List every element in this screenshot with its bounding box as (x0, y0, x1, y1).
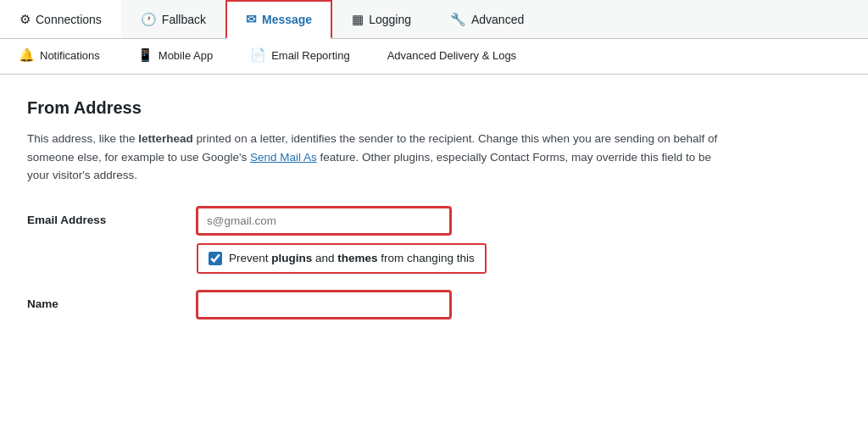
tab-advanced-label: Advanced (471, 13, 524, 26)
sub-tab-notifications-label: Notifications (40, 49, 100, 62)
tab-fallback[interactable]: 🕐 Fallback (121, 0, 225, 38)
tab-message[interactable]: ✉ Message (225, 0, 332, 39)
tab-logging[interactable]: ▦ Logging (332, 0, 431, 38)
mobile-app-icon: 📱 (137, 47, 153, 63)
connections-icon: ⚙ (19, 12, 31, 27)
prevent-override-checkbox-row: Prevent plugins and themes from changing… (197, 243, 487, 274)
sub-tab-advanced-delivery-label: Advanced Delivery & Logs (387, 49, 516, 62)
message-icon: ✉ (246, 12, 257, 27)
sub-nav: 🔔 Notifications 📱 Mobile App 📄 Email Rep… (0, 39, 868, 75)
tab-fallback-label: Fallback (162, 13, 206, 26)
email-input[interactable] (197, 207, 451, 235)
send-mail-as-link[interactable]: Send Mail As (250, 151, 317, 164)
advanced-icon: 🔧 (450, 12, 466, 27)
section-title: From Address (27, 98, 841, 118)
tab-message-label: Message (262, 13, 312, 26)
logging-icon: ▦ (352, 12, 364, 27)
main-content: From Address This address, like the lett… (0, 75, 868, 359)
name-row: Name (27, 291, 841, 319)
top-nav: ⚙ Connections 🕐 Fallback ✉ Message ▦ Log… (0, 0, 868, 39)
tab-connections[interactable]: ⚙ Connections (0, 0, 121, 38)
section-description: This address, like the letterhead printe… (27, 130, 722, 185)
tab-logging-label: Logging (369, 13, 411, 26)
fallback-icon: 🕐 (141, 12, 157, 27)
prevent-override-checkbox[interactable] (209, 252, 222, 265)
notifications-icon: 🔔 (19, 47, 35, 63)
email-address-row: Email Address Prevent plugins and themes… (27, 207, 841, 274)
tab-advanced[interactable]: 🔧 Advanced (431, 0, 543, 38)
name-label: Name (27, 291, 197, 310)
email-field-group: Prevent plugins and themes from changing… (197, 207, 841, 274)
name-field-group (197, 291, 841, 319)
prevent-override-label[interactable]: Prevent plugins and themes from changing… (229, 252, 475, 264)
sub-tab-email-reporting-label: Email Reporting (271, 49, 350, 62)
email-reporting-icon: 📄 (250, 47, 266, 63)
name-input[interactable] (197, 291, 451, 319)
sub-tab-advanced-delivery[interactable]: Advanced Delivery & Logs (369, 39, 535, 74)
tab-connections-label: Connections (36, 13, 102, 26)
sub-tab-mobile-app[interactable]: 📱 Mobile App (119, 39, 231, 74)
sub-tab-email-reporting[interactable]: 📄 Email Reporting (231, 39, 369, 74)
sub-tab-notifications[interactable]: 🔔 Notifications (0, 39, 119, 74)
email-label: Email Address (27, 207, 197, 226)
sub-tab-mobile-app-label: Mobile App (159, 49, 213, 62)
